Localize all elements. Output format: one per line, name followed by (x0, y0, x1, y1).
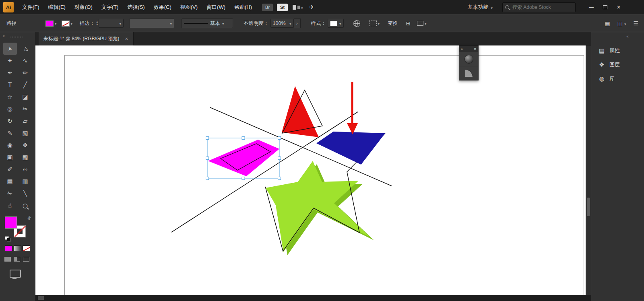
align-control[interactable] (369, 21, 380, 26)
selection-handle[interactable] (206, 177, 209, 180)
color-button[interactable] (5, 245, 12, 251)
menu-view[interactable]: 视图(V) (176, 0, 202, 14)
gradient-tool[interactable]: ▩ (19, 151, 32, 163)
vertical-scrollbar-thumb[interactable] (587, 198, 590, 216)
menu-type[interactable]: 文字(T) (97, 0, 123, 14)
magic-wand-tool[interactable]: ✦ (3, 55, 17, 67)
collapse-tools-icon[interactable]: « (2, 34, 5, 38)
chevron-down-icon (170, 21, 172, 26)
blend-tool[interactable]: ∾ (19, 163, 32, 175)
panel-drag-handle[interactable] (10, 37, 23, 37)
panel-close-icon[interactable]: ✕ (473, 47, 477, 51)
scissors-tool[interactable]: ✂ (19, 103, 32, 115)
selection-handle[interactable] (206, 157, 209, 160)
menu-help[interactable]: 帮助(H) (230, 0, 256, 14)
expand-panels-icon[interactable]: « (626, 34, 629, 39)
menu-object[interactable]: 对象(O) (70, 0, 97, 14)
direct-selection-tool[interactable]: ▷ (19, 43, 32, 55)
close-tab-icon[interactable]: ✕ (125, 37, 128, 41)
selection-handle[interactable] (242, 177, 245, 180)
grid-view-icon[interactable]: ▦ (605, 20, 610, 27)
hand-tool[interactable]: ☝ (3, 200, 17, 212)
draw-behind-icon[interactable] (14, 257, 20, 262)
stroke-weight-combo[interactable] (99, 19, 124, 28)
star-tool[interactable]: ☆ (3, 91, 17, 103)
type-tool[interactable]: T (3, 79, 17, 91)
scale-tool[interactable]: ▱ (19, 115, 32, 127)
column-graph-tool[interactable]: ▥ (19, 175, 32, 188)
transform-reference-icon[interactable]: ⊞ (406, 20, 411, 27)
floating-panel-item[interactable] (459, 66, 478, 80)
search-input[interactable] (512, 4, 566, 10)
selection-handle[interactable] (206, 137, 209, 140)
horizontal-scrollbar[interactable] (35, 295, 644, 301)
menu-window[interactable]: 窗口(W) (202, 0, 230, 14)
stroke-none-swatch (62, 21, 70, 27)
symbol-sprayer-tool[interactable]: ❖ (19, 139, 32, 151)
stroke-weight-stepper[interactable]: ▴▾ (97, 21, 98, 26)
fill-color-control[interactable] (45, 21, 57, 27)
close-button[interactable]: ✕ (612, 0, 625, 14)
lasso-tool[interactable]: ∿ (19, 55, 32, 67)
selection-tool[interactable]: ➤ (3, 43, 17, 55)
fill-indicator[interactable] (5, 216, 17, 229)
stock-icon[interactable]: St (277, 4, 288, 11)
none-button[interactable] (23, 245, 30, 251)
share-icon[interactable]: ✈ (310, 4, 315, 11)
artboard-tool[interactable]: ▣ (3, 151, 17, 163)
arrange-documents-button[interactable] (293, 4, 303, 10)
eraser-tool[interactable]: ◪ (19, 91, 32, 103)
selection-handle[interactable] (242, 137, 245, 140)
canvas-area[interactable]: » ✕ (35, 45, 591, 295)
draw-normal-icon[interactable] (4, 257, 11, 262)
default-fill-stroke-icon[interactable] (5, 236, 11, 241)
floating-panel-item[interactable] (459, 52, 478, 66)
graph-tool[interactable]: ▤ (3, 175, 17, 188)
slice-tool[interactable]: ✁ (3, 188, 17, 200)
panel-item-libraries[interactable]: ◍库 (591, 72, 644, 86)
minimize-button[interactable]: — (584, 0, 598, 14)
menu-effect[interactable]: 效果(C) (149, 0, 176, 14)
document-setup-globe-icon[interactable] (353, 20, 360, 27)
zoom-tool[interactable]: ○ (19, 200, 32, 212)
paintbrush-tool[interactable]: ✎ (3, 127, 17, 139)
blob-brush-tool[interactable]: ◉ (3, 139, 17, 151)
opacity-combo[interactable]: 100% (270, 19, 294, 28)
screen-mode-icon[interactable] (10, 270, 21, 278)
rotate-tool[interactable]: ↻ (3, 115, 17, 127)
style-combo[interactable] (328, 19, 344, 28)
document-tab[interactable]: 未标题-1* @ 84% (RGB/GPU 预览) ✕ (39, 32, 134, 45)
brush-definition-combo[interactable]: 基本 (182, 19, 233, 28)
control-bar-menu-icon[interactable]: ☰ (633, 20, 638, 27)
menu-select[interactable]: 选择(S) (123, 0, 149, 14)
line-segment-tool[interactable]: ╱ (19, 79, 32, 91)
restore-button[interactable] (598, 0, 612, 14)
free-transform-tool[interactable]: ▧ (19, 127, 32, 139)
variable-width-combo[interactable] (129, 19, 174, 28)
swap-fill-stroke-icon[interactable]: ⇄ (26, 215, 32, 221)
panel-item-properties[interactable]: ▤属性 (591, 43, 644, 58)
gradient-button[interactable] (14, 245, 21, 251)
horizontal-scrollbar-thumb[interactable] (38, 296, 44, 300)
bridge-icon[interactable]: Br (262, 4, 273, 11)
panel-collapse-icon[interactable]: » (461, 47, 463, 51)
pen-tool[interactable]: ✒ (3, 67, 17, 79)
transform-label[interactable]: 变换 (388, 20, 398, 27)
shape-builder-tool[interactable]: ◎ (3, 103, 17, 115)
eyedropper-tool[interactable]: ✐ (3, 163, 17, 175)
selection-handle[interactable] (278, 137, 281, 140)
stroke-color-control[interactable] (62, 21, 73, 27)
menu-file[interactable]: 文件(F) (18, 0, 44, 14)
menu-edit[interactable]: 编辑(E) (44, 0, 70, 14)
isolate-control[interactable] (417, 21, 427, 26)
selection-handle[interactable] (278, 177, 281, 180)
panel-item-layers[interactable]: ❖图层 (591, 58, 644, 72)
curvature-tool[interactable]: ✏ (19, 67, 32, 79)
draw-inside-icon[interactable] (23, 257, 29, 262)
opacity-panel-button[interactable]: › (294, 19, 301, 28)
knife-tool[interactable]: ╲ (19, 188, 32, 200)
vertical-scrollbar[interactable] (586, 45, 591, 295)
selection-handle[interactable] (278, 157, 281, 160)
panel-toggle-control[interactable]: ◫ (617, 20, 626, 27)
workspace-switcher[interactable]: 基本功能 (467, 4, 493, 11)
